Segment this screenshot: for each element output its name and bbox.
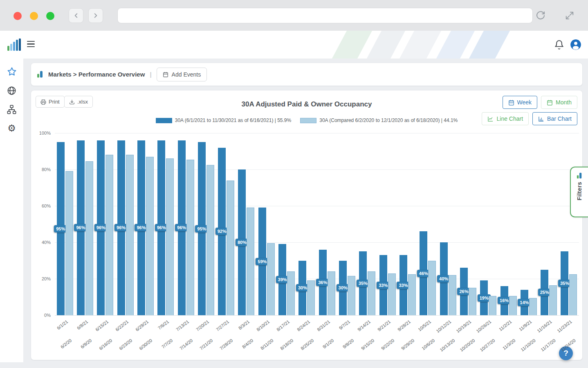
legend-item-compare: 30A (Compared 6/2/2020 to 12/1/2020 as o… bbox=[300, 117, 458, 123]
bar-current-period[interactable]: 59% bbox=[258, 208, 266, 315]
bar-compare-period[interactable] bbox=[328, 271, 335, 315]
bar-group: 40%10/12/2110/13/20 bbox=[438, 133, 458, 315]
sidebar-item-favorites[interactable] bbox=[7, 66, 17, 77]
add-events-label: Add Events bbox=[172, 71, 201, 78]
bar-compare-period[interactable] bbox=[469, 288, 476, 315]
address-bar[interactable] bbox=[117, 8, 533, 23]
x-axis-label-current: 11/2/21 bbox=[498, 319, 513, 332]
bar-current-period[interactable]: 92% bbox=[218, 148, 226, 315]
x-axis-label-compare: 11/10/20 bbox=[520, 338, 536, 352]
sidebar-item-markets[interactable] bbox=[7, 85, 17, 96]
bar-current-period[interactable]: 25% bbox=[541, 270, 548, 315]
bar-current-period[interactable]: 46% bbox=[420, 231, 427, 315]
bar-compare-period[interactable] bbox=[368, 271, 375, 315]
bar-compare-period[interactable] bbox=[428, 261, 436, 316]
bar-current-period[interactable]: 96% bbox=[178, 140, 186, 315]
filters-tab[interactable]: Filters bbox=[570, 167, 588, 217]
bar-compare-period[interactable] bbox=[388, 273, 396, 315]
bar-compare-period[interactable] bbox=[85, 161, 93, 315]
x-axis-label-current: 6/15/21 bbox=[94, 319, 109, 332]
x-axis-label-current: 10/26/21 bbox=[476, 319, 492, 334]
bar-compare-period[interactable] bbox=[65, 171, 73, 315]
bar-current-period[interactable]: 14% bbox=[521, 290, 528, 315]
bar-compare-period[interactable] bbox=[247, 208, 254, 315]
breadcrumb-separator: | bbox=[150, 71, 151, 78]
bar-current-period[interactable]: 80% bbox=[238, 169, 246, 315]
bar-current-period[interactable]: 96% bbox=[77, 140, 85, 315]
bar-compare-period[interactable] bbox=[166, 158, 174, 315]
bar-current-period[interactable]: 19% bbox=[480, 280, 488, 315]
bar-current-period[interactable]: 95% bbox=[57, 142, 65, 315]
bar-current-period[interactable]: 26% bbox=[460, 268, 468, 315]
fullscreen-icon[interactable] bbox=[565, 11, 574, 20]
bar-compare-period[interactable] bbox=[509, 296, 517, 315]
bar-group: 39%8/17/218/18/20 bbox=[276, 133, 296, 315]
x-axis-label-current: 10/12/21 bbox=[435, 319, 452, 334]
bar-current-period[interactable]: 96% bbox=[117, 140, 125, 315]
bar-current-period[interactable]: 95% bbox=[198, 142, 206, 315]
bar-compare-period[interactable] bbox=[569, 274, 577, 315]
bar-current-period[interactable]: 35% bbox=[561, 251, 568, 315]
app-logo[interactable] bbox=[7, 38, 21, 52]
bar-group: 33%9/28/219/29/20 bbox=[397, 133, 417, 315]
bar-current-period[interactable]: 40% bbox=[440, 242, 448, 315]
refresh-icon[interactable] bbox=[536, 11, 545, 20]
bar-current-period[interactable]: 33% bbox=[379, 255, 387, 315]
bar-current-period[interactable]: 33% bbox=[399, 255, 407, 315]
bar-compare-period[interactable] bbox=[267, 243, 275, 315]
bar-compare-period[interactable] bbox=[186, 160, 194, 315]
month-toggle-button[interactable]: Month bbox=[541, 96, 577, 109]
user-avatar[interactable] bbox=[570, 39, 581, 52]
x-axis-label-current: 6/8/21 bbox=[76, 319, 89, 330]
bar-current-period[interactable]: 30% bbox=[298, 261, 306, 316]
sidebar: ⚙ bbox=[0, 59, 23, 362]
bar-compare-period[interactable] bbox=[287, 271, 295, 315]
x-axis-label-compare: 11/17/20 bbox=[540, 338, 556, 352]
bar-current-period[interactable]: 16% bbox=[500, 286, 508, 315]
bar-compare-period[interactable] bbox=[449, 275, 456, 315]
bar-current-period[interactable]: 30% bbox=[339, 261, 347, 316]
calendar-month-icon bbox=[547, 99, 553, 106]
bar-compare-period[interactable] bbox=[105, 155, 113, 315]
decorative-stripe bbox=[397, 31, 444, 59]
bar-current-period[interactable]: 39% bbox=[278, 244, 286, 315]
bar-group: 80%8/3/218/4/20 bbox=[236, 133, 256, 315]
sidebar-item-hierarchy[interactable] bbox=[7, 104, 17, 115]
x-axis-label-compare: 7/21/20 bbox=[199, 338, 213, 351]
menu-icon[interactable] bbox=[27, 41, 35, 47]
window-close-button[interactable] bbox=[13, 12, 22, 20]
window-minimize-button[interactable] bbox=[30, 12, 38, 20]
bar-current-period[interactable]: 35% bbox=[359, 251, 367, 315]
window-zoom-button[interactable] bbox=[46, 12, 54, 20]
main-content: Markets > Performance Overview | Add Eve… bbox=[31, 63, 583, 360]
bar-compare-period[interactable] bbox=[408, 274, 416, 315]
bar-compare-period[interactable] bbox=[206, 165, 214, 315]
sidebar-item-settings[interactable]: ⚙ bbox=[7, 123, 17, 133]
bar-current-period[interactable]: 96% bbox=[137, 140, 145, 315]
bar-compare-period[interactable] bbox=[549, 285, 557, 315]
bar-compare-period[interactable] bbox=[307, 280, 315, 315]
bar-compare-period[interactable] bbox=[126, 155, 134, 315]
x-axis-label-current: 11/9/21 bbox=[518, 319, 533, 332]
browser-forward-button[interactable] bbox=[88, 8, 103, 23]
notifications-bell-icon[interactable] bbox=[554, 40, 564, 52]
bar-group: 19%10/26/2110/27/20 bbox=[478, 133, 498, 315]
x-axis-label-current: 9/7/21 bbox=[338, 319, 351, 330]
bar-compare-period[interactable] bbox=[146, 157, 154, 315]
add-events-button[interactable]: Add Events bbox=[157, 68, 207, 81]
bar-compare-period[interactable] bbox=[529, 298, 537, 315]
bar-compare-period[interactable] bbox=[348, 276, 355, 315]
bar-group: 36%8/31/219/1/20 bbox=[317, 133, 337, 315]
x-axis-label-compare: 8/18/20 bbox=[279, 338, 294, 351]
bar-compare-period[interactable] bbox=[489, 296, 496, 315]
bar-current-period[interactable]: 36% bbox=[319, 250, 327, 315]
bar-current-period[interactable]: 96% bbox=[157, 140, 165, 315]
bar-group: 46%10/5/2110/6/20 bbox=[418, 133, 438, 315]
week-toggle-button[interactable]: Week bbox=[503, 96, 538, 109]
bar-compare-period[interactable] bbox=[227, 181, 234, 315]
gridline bbox=[55, 315, 579, 316]
bar-current-period[interactable]: 96% bbox=[97, 140, 105, 315]
browser-back-button[interactable] bbox=[69, 8, 83, 23]
y-tick-label: 20% bbox=[42, 276, 51, 281]
bar-group: 59%8/10/218/11/20 bbox=[256, 133, 276, 315]
